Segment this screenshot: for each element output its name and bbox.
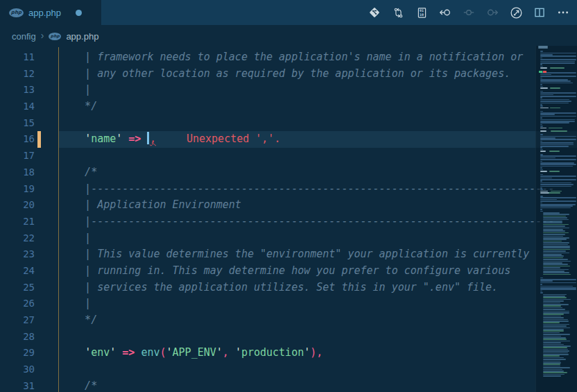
code-line[interactable]: 15 — [0, 115, 577, 132]
line-number[interactable]: 20 — [0, 197, 35, 214]
code-line[interactable]: 16 'name' => ,Unexpected ','. — [0, 131, 577, 148]
minimap-line — [543, 364, 560, 365]
code-line[interactable]: 31 /* — [0, 378, 577, 392]
line-number[interactable]: 12 — [0, 66, 35, 83]
minimap-line — [540, 167, 542, 169]
minimap-line — [543, 325, 567, 327]
gutter-spacer — [37, 296, 41, 312]
minimap-error-mark — [543, 71, 546, 73]
code-line[interactable]: 12 | any other location as required by t… — [0, 66, 577, 83]
line-number[interactable]: 26 — [0, 296, 35, 312]
code-line[interactable]: 23 | This value determines the "environm… — [0, 246, 577, 263]
line-content: 'name' => ,Unexpected ','. — [60, 131, 280, 148]
gutter-spacer — [37, 214, 41, 230]
code-line[interactable]: 29 'env' => env('APP_ENV', 'production')… — [0, 345, 577, 361]
minimap-line — [543, 234, 565, 235]
line-number[interactable]: 22 — [0, 230, 35, 247]
code-line[interactable]: 14 */ — [0, 99, 577, 115]
minimap-line — [543, 334, 570, 335]
line-number[interactable]: 29 — [0, 345, 35, 361]
code-line[interactable]: 25 | services the application utilizes. … — [0, 280, 577, 296]
code-line[interactable]: 19 |------------------------------------… — [0, 181, 577, 198]
code-line[interactable]: 11 | framework needs to place the applic… — [0, 49, 577, 66]
breadcrumb-folder[interactable]: config — [12, 31, 36, 42]
php-file-icon: php — [49, 33, 61, 40]
gutter-spacer — [37, 164, 41, 181]
more-actions-icon[interactable] — [553, 3, 573, 22]
code-token-quote: ' — [85, 346, 91, 359]
line-number[interactable]: 13 — [0, 82, 35, 99]
code-line[interactable]: 26 | — [0, 296, 577, 312]
code-line[interactable]: 24 | running in. This may determine how … — [0, 263, 577, 280]
gutter-spacer — [37, 82, 41, 99]
code-token-comment: | — [60, 232, 91, 244]
tab-app-php[interactable]: php app.php — [0, 0, 101, 25]
code-line[interactable]: 13 | — [0, 82, 577, 99]
gutter-spacer — [37, 99, 41, 115]
code-editor[interactable]: 11 | framework needs to place the applic… — [0, 47, 577, 392]
minimap-line — [540, 280, 553, 282]
line-number[interactable]: 24 — [0, 263, 35, 280]
line-number[interactable]: 30 — [0, 361, 35, 378]
line-number[interactable]: 15 — [0, 115, 35, 132]
code-line[interactable]: 28 — [0, 329, 577, 346]
line-number[interactable]: 31 — [0, 378, 35, 392]
code-token-plain — [60, 133, 85, 145]
code-token-comment: | services the application utilizes. Set… — [60, 281, 498, 293]
minimap-line — [543, 309, 565, 310]
code-token-plain — [229, 346, 235, 359]
code-line[interactable]: 27 */ — [0, 312, 577, 329]
minimap-line — [549, 151, 559, 152]
unsaved-changes-dot-icon[interactable] — [76, 10, 82, 16]
git-logo-icon[interactable] — [365, 3, 384, 22]
line-number[interactable]: 25 — [0, 280, 35, 296]
compare-changes-icon[interactable] — [388, 3, 408, 22]
code-line[interactable]: 17 — [0, 148, 577, 164]
code-line[interactable]: 20 | Application Environment — [0, 197, 577, 214]
line-number[interactable]: 11 — [0, 49, 35, 66]
minimap-line — [543, 367, 570, 368]
minimap-line — [540, 84, 542, 85]
line-content: | — [60, 296, 91, 312]
code-lines: 11 | framework needs to place the applic… — [0, 49, 577, 392]
code-line[interactable]: 21 |------------------------------------… — [0, 214, 577, 230]
previous-change-icon[interactable] — [436, 3, 455, 22]
gutter-spacer — [37, 230, 41, 247]
line-content: */ — [60, 99, 97, 115]
php-file-icon: php — [9, 8, 24, 17]
minimap-line — [543, 255, 564, 257]
minimap-line — [540, 205, 573, 207]
code-token-comment: */ — [60, 100, 97, 112]
file-binary-icon[interactable]: 01 10 — [412, 3, 431, 22]
minimap-line — [540, 166, 573, 167]
minimap-line — [540, 83, 573, 84]
code-line[interactable]: 18 /* — [0, 164, 577, 181]
minimap-line — [540, 176, 576, 177]
line-number[interactable]: 17 — [0, 148, 35, 164]
minimap-line — [543, 259, 568, 260]
minimap-line — [540, 76, 576, 77]
minimap-line — [551, 130, 567, 132]
line-number[interactable]: 21 — [0, 214, 35, 230]
code-token-comment: | This value determines the "environment… — [60, 248, 529, 260]
minimap-line — [540, 207, 571, 209]
line-number[interactable]: 14 — [0, 99, 35, 115]
line-number[interactable]: 27 — [0, 312, 35, 329]
line-number[interactable]: 19 — [0, 181, 35, 198]
code-token-comment: */ — [60, 314, 97, 326]
code-line[interactable]: 22 | — [0, 230, 577, 247]
line-number[interactable]: 16 — [0, 131, 35, 148]
code-token-string: env — [91, 346, 110, 359]
breadcrumb-file[interactable]: app.php — [66, 31, 98, 42]
line-number[interactable]: 18 — [0, 164, 35, 181]
split-editor-icon[interactable] — [530, 3, 549, 22]
gutter-spacer — [37, 181, 41, 198]
code-line[interactable]: 30 — [0, 361, 577, 378]
minimap-line — [540, 87, 548, 89]
minimap[interactable] — [535, 46, 577, 392]
file-history-icon[interactable] — [506, 3, 526, 22]
minimap-line — [540, 97, 542, 99]
svg-text:10: 10 — [419, 12, 423, 16]
line-number[interactable]: 23 — [0, 246, 35, 263]
line-number[interactable]: 28 — [0, 329, 35, 346]
